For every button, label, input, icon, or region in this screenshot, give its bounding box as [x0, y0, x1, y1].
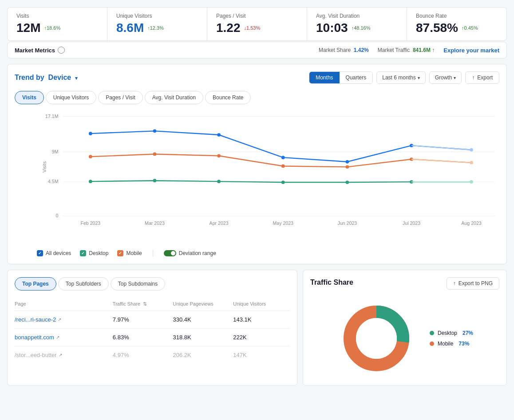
tab-top-subfolders[interactable]: Top Subfolders — [58, 277, 109, 290]
stat-unique-visitors: Unique Visitors 8.6M ↑12.3% — [107, 8, 207, 40]
stat-avg-duration: Avg. Visit Duration 10:03 ↑48.16% — [307, 8, 407, 40]
desktop-checkbox[interactable]: ✓ — [80, 250, 86, 256]
market-right: Market Share 1.42% Market Traffic 841.6M… — [319, 47, 499, 54]
growth-dropdown[interactable]: Growth ▾ — [429, 71, 462, 84]
trend-chart: 17.1M 9M 4.5M 0 Feb 2023 Mar 2023 Apr 20… — [37, 111, 499, 231]
table-header: Page Traffic Share ⇅ Unique Pageviews Un… — [15, 298, 290, 311]
device-dropdown[interactable]: Device — [48, 74, 71, 81]
period-toggle: Months Quarters — [309, 71, 373, 84]
export-png-icon: ↑ — [453, 280, 456, 287]
svg-point-26 — [281, 181, 285, 184]
traffic-share-section: Traffic Share ↑ Export to PNG — [303, 270, 507, 386]
pv-value: 1.22 ↓1.53% — [216, 21, 298, 35]
desktop-dot — [430, 331, 434, 335]
legend-deviation[interactable]: Deviation range — [164, 250, 216, 256]
svg-point-20 — [346, 160, 349, 164]
tab-top-pages[interactable]: Top Pages — [15, 277, 56, 290]
trend-title: Trend by Device ▾ — [15, 74, 78, 82]
explore-market-button[interactable]: Explore your market — [443, 47, 499, 54]
svg-point-22 — [470, 148, 473, 152]
trend-header: Trend by Device ▾ Months Quarters Last 6… — [15, 71, 499, 84]
svg-text:Mar 2023: Mar 2023 — [145, 220, 165, 226]
metric-tabs: Visits Unique Visitors Pages / Visit Avg… — [15, 91, 499, 104]
svg-point-24 — [153, 179, 157, 182]
market-traffic-val: 841.6M ↑ — [413, 47, 435, 53]
svg-point-17 — [153, 130, 157, 133]
globe-icon — [58, 47, 65, 54]
col-page: Page — [15, 301, 109, 307]
months-button[interactable]: Months — [309, 72, 339, 83]
external-link-icon: ↗ — [56, 335, 59, 340]
growth-chevron-icon: ▾ — [454, 75, 456, 80]
stat-bounce-rate: Bounce Rate 87.58% ↑0.45% — [407, 8, 506, 40]
visitors-1: 143.1K — [233, 316, 290, 323]
mobile-dot — [430, 341, 434, 346]
ad-label: Avg. Visit Duration — [316, 13, 398, 19]
toggle-knob — [171, 251, 175, 255]
svg-text:0: 0 — [56, 213, 59, 218]
tab-unique-visitors[interactable]: Unique Visitors — [46, 91, 96, 104]
pages-section: Top Pages Top Subfolders Top Subdomains … — [7, 270, 297, 386]
page-link-3[interactable]: /stor...eed-butter ↗ — [15, 352, 109, 358]
svg-text:4.5M: 4.5M — [48, 179, 59, 184]
legend-mobile[interactable]: ✓ Mobile — [117, 250, 142, 256]
external-link-icon: ↗ — [58, 317, 61, 322]
all-devices-checkbox[interactable]: ✓ — [37, 250, 43, 256]
mobile-share-val: 73% — [459, 341, 469, 347]
br-value: 87.58% ↑0.45% — [416, 21, 498, 35]
external-link-icon: ↗ — [59, 353, 62, 357]
tab-visits[interactable]: Visits — [15, 91, 44, 104]
pageviews-2: 318.8K — [173, 334, 230, 341]
legend-divider — [153, 250, 153, 257]
traffic-2: 6.83% — [113, 334, 170, 341]
legend-desktop[interactable]: ✓ Desktop — [80, 250, 108, 256]
export-png-button[interactable]: ↑ Export to PNG — [447, 277, 499, 290]
donut-chart — [336, 298, 416, 378]
svg-text:9M: 9M — [52, 149, 59, 154]
traffic-3: 4.97% — [113, 352, 170, 358]
table-row: /reci...ri-sauce-2 ↗ 7.97% 330.4K 143.1K — [15, 311, 290, 329]
col-traffic: Traffic Share ⇅ — [113, 301, 170, 307]
legend-desktop-share: Desktop 27% — [430, 330, 473, 336]
mobile-checkbox[interactable]: ✓ — [117, 250, 123, 256]
device-chevron-icon[interactable]: ▾ — [75, 75, 78, 81]
export-icon: ↑ — [472, 75, 474, 81]
last6months-dropdown[interactable]: Last 6 months ▾ — [376, 71, 425, 84]
pageviews-1: 330.4K — [173, 316, 230, 323]
svg-point-36 — [470, 161, 473, 165]
page-link-2[interactable]: bonappetit.com ↗ — [15, 334, 109, 341]
ad-value: 10:03 ↑48.16% — [316, 21, 398, 35]
last6months-chevron-icon: ▾ — [418, 75, 420, 80]
traffic-share-header: Traffic Share ↑ Export to PNG — [310, 277, 499, 290]
tab-pages-visit[interactable]: Pages / Visit — [98, 91, 142, 104]
visits-change: ↑18.6% — [44, 25, 60, 31]
page-link-1[interactable]: /reci...ri-sauce-2 ↗ — [15, 316, 109, 323]
export-button[interactable]: ↑ Export — [465, 71, 499, 84]
svg-text:Aug 2023: Aug 2023 — [461, 220, 481, 226]
trend-controls: Months Quarters Last 6 months ▾ Growth ▾… — [309, 71, 499, 84]
svg-point-16 — [89, 132, 92, 135]
tab-top-subdomains[interactable]: Top Subdomains — [111, 277, 165, 290]
visits-value: 12M ↑18.6% — [16, 21, 98, 35]
deviation-toggle[interactable] — [164, 250, 176, 256]
pageviews-3: 206.2K — [173, 352, 230, 358]
ad-change: ↑48.16% — [352, 25, 371, 31]
desktop-share-val: 27% — [463, 330, 473, 336]
tab-bounce-rate[interactable]: Bounce Rate — [205, 91, 251, 104]
svg-point-23 — [89, 180, 92, 183]
uv-label: Unique Visitors — [116, 13, 198, 19]
legend-mobile-share: Mobile 73% — [430, 341, 473, 347]
svg-point-29 — [470, 180, 473, 184]
tab-avg-duration[interactable]: Avg. Visit Duration — [145, 91, 203, 104]
svg-point-25 — [217, 180, 221, 183]
traffic-sort-icon[interactable]: ⇅ — [143, 301, 147, 306]
svg-point-31 — [153, 153, 157, 156]
svg-text:May 2023: May 2023 — [273, 220, 293, 226]
visitors-2: 222K — [233, 334, 290, 341]
market-bar: Market Metrics Market Share 1.42% Market… — [7, 42, 507, 59]
legend-all-devices[interactable]: ✓ All devices — [37, 250, 71, 256]
svg-point-34 — [346, 165, 349, 169]
market-share: Market Share 1.42% — [319, 47, 369, 53]
col-visitors: Unique Visitors — [233, 301, 290, 307]
quarters-button[interactable]: Quarters — [340, 72, 373, 83]
